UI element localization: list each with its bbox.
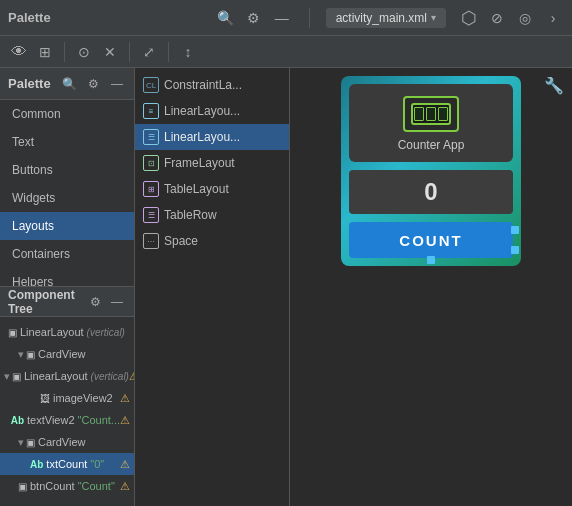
middle-panel: CL ConstraintLa... ≡ LinearLayou... ☰ Li… bbox=[135, 68, 290, 506]
space-icon: ⋯ bbox=[143, 233, 159, 249]
txtcount-icon: Ab bbox=[30, 459, 43, 470]
file-tab[interactable]: activity_main.xml ▾ bbox=[326, 8, 446, 28]
cursor-icon[interactable]: ⊙ bbox=[73, 41, 95, 63]
linearlayout-icon: ▣ bbox=[8, 327, 17, 338]
constraint-icon: CL bbox=[143, 77, 159, 93]
preview-panel: 🔧 Counter App 0 COUNT bbox=[290, 68, 572, 506]
frame-icon: ⊡ bbox=[143, 155, 159, 171]
palette-settings-icon[interactable]: ⚙ bbox=[84, 75, 102, 93]
tree-item-cardview-1[interactable]: ▾ ▣ CardView bbox=[0, 343, 134, 365]
tree-header-title: Component Tree bbox=[8, 288, 82, 316]
palette-search-icon[interactable]: 🔍 bbox=[60, 75, 78, 93]
app-title: Counter App bbox=[398, 138, 465, 152]
counter-display: 0 bbox=[349, 170, 513, 214]
sep3 bbox=[168, 42, 169, 62]
linearlayout-inner-icon: ▣ bbox=[12, 371, 21, 382]
cardview-1-icon: ▣ bbox=[26, 349, 35, 360]
count-button-label: COUNT bbox=[399, 232, 462, 249]
left-panel: Palette 🔍 ⚙ — Common Text Buttons Widget… bbox=[0, 68, 135, 506]
palette-header-title: Palette bbox=[8, 76, 54, 91]
wrench-icon: 🔧 bbox=[544, 76, 564, 95]
tree-header: Component Tree ⚙ — bbox=[0, 287, 134, 317]
digit-block-2 bbox=[426, 107, 436, 121]
app-icon-box bbox=[403, 96, 459, 132]
linear-icon-1: ≡ bbox=[143, 103, 159, 119]
chevron-down-icon: ▾ bbox=[431, 12, 436, 23]
app-icon-inner bbox=[411, 103, 451, 125]
x-mark-icon[interactable]: ✕ bbox=[99, 41, 121, 63]
expand-arrow-3: ▾ bbox=[18, 436, 24, 449]
palette-item-text[interactable]: Text bbox=[0, 128, 134, 156]
palette-item-containers[interactable]: Containers bbox=[0, 240, 134, 268]
tree-item-cardview-2[interactable]: ▾ ▣ CardView bbox=[0, 431, 134, 453]
eye-slash-icon[interactable]: ⊘ bbox=[486, 7, 508, 29]
palette-item-buttons[interactable]: Buttons bbox=[0, 156, 134, 184]
digit-block-3 bbox=[438, 107, 448, 121]
counter-value: 0 bbox=[424, 178, 437, 206]
tree-item-btncount[interactable]: ▣ btnCount "Count" ⚠ bbox=[0, 475, 134, 497]
top-bar-right-icons: ⬡ ⊘ ◎ › bbox=[458, 7, 564, 29]
handle-top[interactable] bbox=[511, 226, 519, 234]
grid-icon[interactable]: ⊞ bbox=[34, 41, 56, 63]
search-icon[interactable]: 🔍 bbox=[215, 7, 237, 29]
warn-icon-imageview2: ⚠ bbox=[120, 392, 130, 405]
palette-section: Palette 🔍 ⚙ — Common Text Buttons Widget… bbox=[0, 68, 134, 286]
sep1 bbox=[64, 42, 65, 62]
digit-block-1 bbox=[414, 107, 424, 121]
palette-item-common[interactable]: Common bbox=[0, 100, 134, 128]
table-icon: ⊞ bbox=[143, 181, 159, 197]
palette-header: Palette 🔍 ⚙ — bbox=[0, 68, 134, 100]
app-card: Counter App bbox=[349, 84, 513, 162]
expand-arrow-1: ▾ bbox=[18, 348, 24, 361]
imageview2-icon: 🖼 bbox=[40, 393, 50, 404]
warn-icon-txtcount: ⚠ bbox=[120, 458, 130, 471]
palette-items: Common Text Buttons Widgets Layouts Cont… bbox=[0, 100, 134, 286]
top-bar: Palette 🔍 ⚙ — activity_main.xml ▾ ⬡ ⊘ ◎ … bbox=[0, 0, 572, 36]
resize-handles bbox=[511, 226, 519, 254]
layers-icon[interactable]: ⬡ bbox=[458, 7, 480, 29]
handle-bottom-center[interactable] bbox=[427, 256, 435, 264]
layout-item-table[interactable]: ⊞ TableLayout bbox=[135, 176, 289, 202]
component-tree: Component Tree ⚙ — ▣ LinearLayout (verti… bbox=[0, 286, 134, 506]
eye-icon[interactable]: 👁 bbox=[8, 41, 30, 63]
sep2 bbox=[129, 42, 130, 62]
btncount-icon: ▣ bbox=[18, 481, 27, 492]
layout-items: CL ConstraintLa... ≡ LinearLayou... ☰ Li… bbox=[135, 68, 289, 258]
circle-icon[interactable]: ◎ bbox=[514, 7, 536, 29]
warn-icon-btncount: ⚠ bbox=[120, 480, 130, 493]
tree-item-linearlayout-root[interactable]: ▣ LinearLayout (vertical) bbox=[0, 321, 134, 343]
updown-icon[interactable]: ↕ bbox=[177, 41, 199, 63]
expand-icon[interactable]: ⤢ bbox=[138, 41, 160, 63]
expand-arrow-2: ▾ bbox=[4, 370, 10, 383]
tree-settings-icon[interactable]: ⚙ bbox=[86, 293, 104, 311]
palette-item-layouts[interactable]: Layouts bbox=[0, 212, 134, 240]
layout-item-linear-2[interactable]: ☰ LinearLayou... bbox=[135, 124, 289, 150]
tree-minimize-icon[interactable]: — bbox=[108, 293, 126, 311]
tree-item-imageview2[interactable]: 🖼 imageView2 ⚠ bbox=[0, 387, 134, 409]
layout-item-linear-1[interactable]: ≡ LinearLayou... bbox=[135, 98, 289, 124]
settings-icon[interactable]: ⚙ bbox=[243, 7, 265, 29]
tree-item-txtcount[interactable]: Ab txtCount "0" ⚠ bbox=[0, 453, 134, 475]
textview2-icon: Ab bbox=[11, 415, 24, 426]
tree-item-textview2[interactable]: Ab textView2 "Count... ⚠ bbox=[0, 409, 134, 431]
main-content: Palette 🔍 ⚙ — Common Text Buttons Widget… bbox=[0, 68, 572, 506]
layout-item-space[interactable]: ⋯ Space bbox=[135, 228, 289, 254]
file-name: activity_main.xml bbox=[336, 11, 427, 25]
handle-bottom[interactable] bbox=[511, 246, 519, 254]
palette-minimize-icon[interactable]: — bbox=[108, 75, 126, 93]
count-button[interactable]: COUNT bbox=[349, 222, 513, 258]
linear-icon-2: ☰ bbox=[143, 129, 159, 145]
palette-title: Palette bbox=[8, 10, 51, 25]
tree-item-linearlayout-inner[interactable]: ▾ ▣ LinearLayout (vertical) ⚠ bbox=[0, 365, 134, 387]
minimize-icon[interactable]: — bbox=[271, 7, 293, 29]
toolbar2: 👁 ⊞ ⊙ ✕ ⤢ ↕ bbox=[0, 36, 572, 68]
warn-icon-linearlayout: ⚠ bbox=[129, 370, 134, 383]
layout-item-constraint[interactable]: CL ConstraintLa... bbox=[135, 72, 289, 98]
palette-item-widgets[interactable]: Widgets bbox=[0, 184, 134, 212]
layout-item-tablerow[interactable]: ☰ TableRow bbox=[135, 202, 289, 228]
phone-preview: Counter App 0 COUNT bbox=[341, 76, 521, 266]
palette-item-helpers[interactable]: Helpers bbox=[0, 268, 134, 286]
layout-item-frame[interactable]: ⊡ FrameLayout bbox=[135, 150, 289, 176]
top-bar-icons: 🔍 ⚙ — bbox=[215, 7, 293, 29]
chevron-right-icon[interactable]: › bbox=[542, 7, 564, 29]
